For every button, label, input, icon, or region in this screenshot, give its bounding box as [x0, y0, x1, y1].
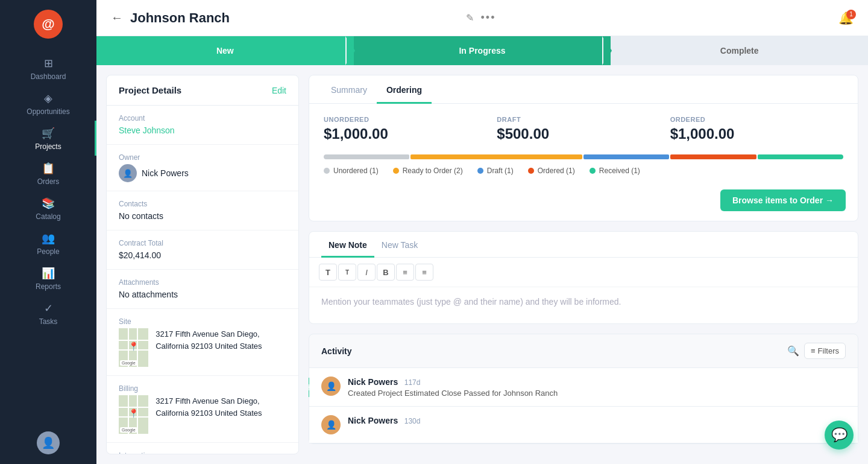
account-section: Account Steve Johnson [107, 106, 298, 145]
billing-map-thumbnail[interactable]: 📍 Google [119, 395, 148, 434]
sidebar-item-people[interactable]: 👥 People [0, 226, 96, 261]
activity-filters-button[interactable]: ≡ Filters [804, 343, 846, 359]
ordered-value: $1,000.00 [670, 126, 843, 142]
activity-avatar: 👤 [321, 377, 341, 396]
site-row: 📍 Google 3217 Fifth Avenue San Diego, Ca… [119, 328, 286, 367]
progress-step-complete[interactable]: Complete [611, 36, 868, 65]
contacts-value: No contacts [119, 211, 163, 221]
draft-label: DRAFT [497, 116, 670, 123]
activity-search-button[interactable]: 🔍 [787, 345, 799, 357]
toolbar-bold-btn[interactable]: B [377, 264, 395, 281]
toolbar-bullet-list-btn[interactable]: ≡ [396, 264, 414, 281]
orders-icon: 📋 [42, 162, 55, 175]
filters-label: Filters [818, 346, 839, 355]
ordering-stats: UNORDERED $1,000.00 DRAFT $500.00 ORDERE… [309, 104, 858, 154]
activity-item-wrapper-2: 👤 Nick Powers 130d [309, 407, 858, 443]
sidebar-item-dashboard[interactable]: ⊞ Dashboard [0, 51, 96, 86]
catalog-icon: 📚 [42, 197, 55, 210]
attachments-section: Attachments No attachments [107, 270, 298, 309]
legend-dot-received [590, 168, 596, 174]
tasks-icon: ✓ [44, 302, 53, 315]
billing-row: 📍 Google 3217 Fifth Avenue San Diego, Ca… [119, 395, 286, 434]
panel-edit-button[interactable]: Edit [272, 86, 286, 95]
sidebar-item-label: People [37, 247, 59, 256]
progress-step-in-progress[interactable]: In Progress [354, 36, 611, 65]
tab-new-task[interactable]: New Task [374, 232, 425, 258]
projects-icon: 🛒 [42, 127, 55, 140]
toolbar-small-text-btn[interactable]: T [338, 264, 356, 281]
sidebar-item-catalog[interactable]: 📚 Catalog [0, 191, 96, 226]
app-logo[interactable]: @ [34, 10, 63, 39]
dashboard-icon: ⊞ [44, 57, 53, 70]
unordered-value: $1,000.00 [324, 126, 497, 142]
sidebar-item-label: Reports [36, 282, 61, 291]
note-editor[interactable]: Mention your teammates (just type @ and … [309, 287, 858, 323]
activity-title: Activity [321, 346, 352, 356]
attachments-label: Attachments [119, 278, 286, 287]
progress-step-label: New [216, 46, 234, 56]
svg-marker-1 [347, 36, 355, 65]
sidebar-item-tasks[interactable]: ✓ Tasks [0, 296, 96, 331]
contract-total-section: Contract Total $20,414.00 [107, 230, 298, 270]
legend-dot-draft [477, 168, 483, 174]
browse-items-label: Browse items to Order → [732, 195, 834, 205]
ordering-tabs: Summary Ordering [309, 75, 858, 104]
sidebar-item-orders[interactable]: 📋 Orders [0, 156, 96, 191]
order-progress-bar [324, 154, 843, 159]
site-map-thumbnail[interactable]: 📍 Google [119, 328, 148, 367]
sidebar-item-opportunities[interactable]: ◈ Opportunities [0, 86, 96, 121]
integrations-label: Integrations [119, 451, 286, 454]
avatar-icon: 👤 [42, 436, 55, 450]
segment-ordered [670, 154, 756, 159]
owner-name: Nick Powers [142, 168, 189, 178]
owner-row: 👤 Nick Powers [119, 164, 286, 182]
browse-items-button[interactable]: Browse items to Order → [720, 189, 846, 211]
toolbar-italic-btn[interactable]: I [357, 264, 376, 281]
tab-ordering[interactable]: Ordering [377, 75, 432, 104]
toolbar-heading-btn[interactable]: T [319, 264, 337, 281]
ordering-legend: Unordered (1) Ready to Order (2) Draft (… [309, 159, 858, 185]
note-placeholder-text: Mention your teammates (just type @ and … [321, 297, 621, 307]
segment-ready [410, 154, 582, 159]
progress-step-new[interactable]: New [96, 36, 354, 65]
sidebar-item-projects[interactable]: 🛒 Projects [0, 121, 96, 156]
tab-new-note[interactable]: New Note [321, 232, 374, 258]
more-options-icon[interactable]: ••• [481, 11, 496, 24]
notification-button[interactable]: 🔔 1 [838, 11, 854, 25]
note-toolbar: T T I B ≡ ≡ [309, 258, 858, 287]
edit-icon[interactable]: ✎ [466, 12, 474, 24]
segment-draft [583, 154, 669, 159]
activity-content: Nick Powers 117d Created Project Estimat… [348, 377, 846, 398]
note-tabs: New Note New Task [309, 232, 858, 258]
page-title: Johnson Ranch [130, 10, 459, 26]
sidebar-item-label: Catalog [36, 212, 60, 221]
legend-dot-ordered [528, 168, 534, 174]
site-address: 3217 Fifth Avenue San Diego, California … [156, 328, 286, 352]
stat-unordered: UNORDERED $1,000.00 [324, 116, 497, 142]
sidebar-item-label: Projects [35, 142, 61, 151]
back-button[interactable]: ← [111, 11, 123, 25]
activity-time: 117d [404, 378, 421, 387]
activity-actions: 🔍 ≡ Filters [787, 343, 846, 359]
sidebar-item-reports[interactable]: 📊 Reports [0, 261, 96, 296]
browse-btn-row: Browse items to Order → [309, 185, 858, 221]
main-content: ← Johnson Ranch ✎ ••• 🔔 1 New In Progres… [96, 0, 868, 464]
toolbar-numbered-list-btn[interactable]: ≡ [415, 264, 433, 281]
filter-icon: ≡ [811, 346, 816, 355]
user-avatar[interactable]: 👤 [37, 431, 60, 454]
activity-user-2: Nick Powers [348, 416, 398, 425]
sidebar: @ ⊞ Dashboard ◈ Opportunities 🛒 Projects… [0, 0, 96, 464]
legend-dot-ready [393, 168, 399, 174]
content-area: Project Details Edit Account Steve Johns… [96, 65, 868, 464]
account-link[interactable]: Steve Johnson [119, 126, 175, 135]
chat-button[interactable]: 💬 [825, 421, 854, 450]
legend-draft: Draft (1) [477, 167, 514, 175]
activity-item-2: 👤 Nick Powers 130d [309, 407, 858, 443]
project-details-panel: Project Details Edit Account Steve Johns… [106, 75, 299, 454]
tab-summary[interactable]: Summary [321, 75, 377, 104]
owner-label: Owner [119, 153, 286, 162]
owner-avatar: 👤 [119, 164, 137, 182]
page-header: ← Johnson Ranch ✎ ••• 🔔 1 [96, 0, 868, 36]
activity-card: Activity 🔍 ≡ Filters + 👤 Nick Po [309, 334, 858, 444]
integrations-section: Integrations [107, 443, 298, 454]
